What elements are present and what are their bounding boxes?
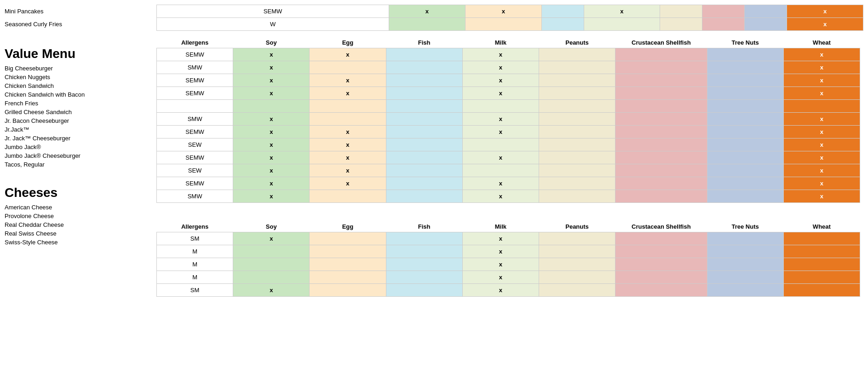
table-row: SMWxxx <box>157 190 860 203</box>
allergen-mark: x <box>425 8 429 15</box>
value-menu-table: Allergens Soy Egg Fish Milk Peanuts Crus… <box>156 37 860 203</box>
value-menu-item: Jr. Jack™ Cheeseburger <box>5 134 147 143</box>
value-menu-item: Chicken Sandwich <box>5 81 147 90</box>
allergen-mark: x <box>346 77 349 84</box>
table-row: SEMWxxxx <box>157 126 860 138</box>
table-row: SMxx <box>157 284 860 297</box>
allergen-mark: x <box>499 274 502 281</box>
cheeses-title: Cheeses <box>5 185 147 200</box>
table-row: SEMWxxxx <box>157 151 860 164</box>
table-row: SEMWxxxx <box>157 87 860 100</box>
value-menu-item: Big Cheeseburger <box>5 64 147 73</box>
cheeses-milk-header: Milk <box>462 221 539 232</box>
wheat-header: Wheat <box>783 37 860 48</box>
allergen-mark: x <box>346 167 349 174</box>
allergen-mark: x <box>499 261 502 268</box>
allergen-mark: x <box>346 128 349 135</box>
allergen-mark: x <box>820 90 823 97</box>
allergen-mark: x <box>346 90 349 97</box>
table-row: Mx <box>157 271 860 284</box>
value-menu-item: French Fries <box>5 99 147 108</box>
allergen-mark: x <box>270 51 273 58</box>
allergen-mark: x <box>499 90 502 97</box>
allergen-mark: x <box>499 77 502 84</box>
cheeses-wheat-header: Wheat <box>783 221 860 232</box>
peanuts-header: Peanuts <box>539 37 615 48</box>
top-rows-table: SEMWxxxxWx <box>156 5 863 31</box>
allergen-mark: x <box>502 8 505 15</box>
cheeses-soy-header: Soy <box>233 221 310 232</box>
allergen-mark: x <box>820 51 823 58</box>
table-row: SMWxxx <box>157 113 860 126</box>
value-menu-item: Grilled Cheese Sandwich <box>5 108 147 116</box>
allergen-mark: x <box>270 115 273 122</box>
cheese-item: American Cheese <box>5 203 147 212</box>
allergen-mark: x <box>499 154 502 161</box>
allergen-mark: x <box>499 248 502 255</box>
value-menu-item: Jumbo Jack® Cheeseburger <box>5 151 147 160</box>
allergen-mark: x <box>270 90 273 97</box>
mini-pancakes-label: Mini Pancakes <box>5 5 147 17</box>
allergen-mark: x <box>346 51 349 58</box>
table-row: SMxx <box>157 232 860 245</box>
table-row: Mx <box>157 258 860 271</box>
cheeses-treenuts-header: Tree Nuts <box>707 221 783 232</box>
allergen-mark: x <box>820 77 823 84</box>
table-row: SMWxxx <box>157 61 860 74</box>
allergen-mark: x <box>499 51 502 58</box>
allergen-mark: x <box>346 154 349 161</box>
allergen-mark: x <box>499 180 502 187</box>
allergen-mark: x <box>270 287 273 294</box>
cheeses-allergens-header: Allergens <box>157 221 233 232</box>
cheeses-fish-header: Fish <box>386 221 462 232</box>
allergen-mark: x <box>270 141 273 148</box>
cheeses-shellfish-header: Crustacean Shellfish <box>615 221 707 232</box>
allergen-mark: x <box>499 115 502 122</box>
allergen-mark: x <box>346 180 349 187</box>
cheese-item: Real Swiss Cheese <box>5 229 147 238</box>
cheeses-table: Allergens Soy Egg Fish Milk Peanuts Crus… <box>156 221 860 297</box>
allergen-mark: x <box>270 64 273 71</box>
table-row: SEMWxxxx <box>157 48 860 61</box>
allergen-mark: x <box>820 193 823 200</box>
value-menu-item: Jr. Bacon Cheeseburger <box>5 116 147 125</box>
cheese-item: Real Cheddar Cheese <box>5 220 147 229</box>
milk-header: Milk <box>462 37 539 48</box>
allergen-mark: x <box>820 128 823 135</box>
allergen-mark: x <box>270 77 273 84</box>
table-row <box>157 100 860 113</box>
allergen-mark: x <box>270 128 273 135</box>
table-row: Mx <box>157 245 860 258</box>
egg-header: Egg <box>310 37 386 48</box>
cheese-item: Provolone Cheese <box>5 212 147 220</box>
value-menu-item: Tacos, Regular <box>5 160 147 169</box>
allergen-mark: x <box>820 64 823 71</box>
cheeses-peanuts-header: Peanuts <box>539 221 615 232</box>
soy-header: Soy <box>233 37 310 48</box>
table-row: Wx <box>157 18 863 31</box>
cheese-item: Swiss-Style Cheese <box>5 238 147 247</box>
allergen-mark: x <box>499 64 502 71</box>
shellfish-header: Crustacean Shellfish <box>615 37 707 48</box>
allergen-mark: x <box>820 180 823 187</box>
allergen-mark: x <box>270 180 273 187</box>
table-row: SEMWxxxx <box>157 74 860 87</box>
value-menu-item: Chicken Sandwich with Bacon <box>5 90 147 99</box>
fish-header: Fish <box>386 37 462 48</box>
table-row: SEMWxxxx <box>157 5 863 18</box>
treenuts-header: Tree Nuts <box>707 37 783 48</box>
allergen-mark: x <box>346 141 349 148</box>
value-menu-item: Chicken Nuggets <box>5 73 147 81</box>
allergen-mark: x <box>820 154 823 161</box>
allergen-mark: x <box>270 167 273 174</box>
seasoned-curly-fries-label: Seasoned Curly Fries <box>5 17 147 30</box>
value-menu-item: Jumbo Jack® <box>5 143 147 151</box>
allergen-mark: x <box>499 128 502 135</box>
allergen-mark: x <box>270 235 273 242</box>
allergen-mark: x <box>820 141 823 148</box>
table-row: SEWxxx <box>157 164 860 177</box>
allergen-mark: x <box>823 21 827 28</box>
allergen-mark: x <box>823 8 827 15</box>
allergen-mark: x <box>499 235 502 242</box>
allergen-mark: x <box>820 115 823 122</box>
